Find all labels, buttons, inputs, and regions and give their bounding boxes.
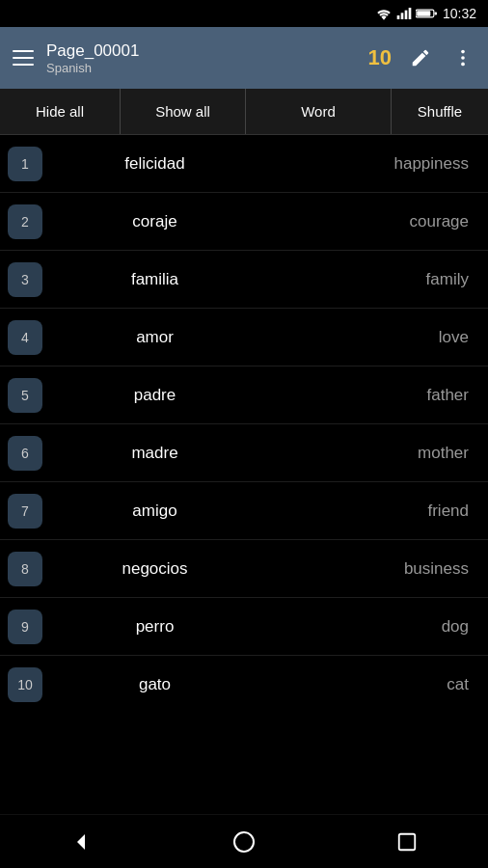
word-list: 1felicidadhappiness2corajecourage3famili… <box>0 135 488 814</box>
toolbar: Page_00001 Spanish 10 <box>0 27 488 89</box>
word-row[interactable]: 7amigofriend <box>0 482 488 540</box>
row-index: 7 <box>8 494 42 529</box>
word-row[interactable]: 3familiafamily <box>0 251 488 309</box>
svg-point-7 <box>461 50 465 54</box>
row-index: 10 <box>8 667 42 702</box>
row-index: 3 <box>8 262 42 297</box>
hide-all-button[interactable]: Hide all <box>0 89 121 134</box>
svg-rect-0 <box>397 15 400 19</box>
row-word: padre <box>50 386 259 405</box>
svg-rect-6 <box>435 12 437 14</box>
word-column-header[interactable]: Word <box>246 89 392 134</box>
row-word: coraje <box>50 212 259 231</box>
back-icon <box>69 830 93 854</box>
row-translation: business <box>259 559 480 579</box>
word-row[interactable]: 2corajecourage <box>0 193 488 251</box>
title-block: Page_00001 Spanish <box>46 41 361 75</box>
row-word: felicidad <box>50 154 259 174</box>
more-icon <box>452 47 474 68</box>
show-all-button[interactable]: Show all <box>121 89 246 134</box>
recents-button[interactable] <box>384 819 430 865</box>
back-button[interactable] <box>58 819 104 865</box>
row-translation: dog <box>259 617 480 637</box>
svg-marker-10 <box>77 834 85 850</box>
svg-point-11 <box>234 832 254 852</box>
page-subtitle: Spanish <box>46 61 361 75</box>
svg-point-9 <box>461 63 465 67</box>
row-translation: mother <box>259 444 480 463</box>
signal-icon <box>396 7 412 20</box>
row-translation: family <box>259 270 480 289</box>
column-headers: Hide all Show all Word Shuffle <box>0 89 488 135</box>
home-icon <box>232 830 256 854</box>
count-badge: 10 <box>368 45 392 70</box>
row-index: 5 <box>8 378 42 413</box>
row-index: 4 <box>8 320 42 355</box>
row-translation: happiness <box>259 154 480 174</box>
word-row[interactable]: 8negociosbusiness <box>0 540 488 598</box>
row-translation: courage <box>259 212 480 231</box>
svg-rect-12 <box>398 833 415 850</box>
page-title: Page_00001 <box>46 41 361 61</box>
more-options-button[interactable] <box>446 41 480 75</box>
row-index: 1 <box>8 147 42 181</box>
word-row[interactable]: 6madremother <box>0 424 488 482</box>
row-word: perro <box>50 617 259 637</box>
row-word: amor <box>50 328 259 347</box>
row-word: negocios <box>50 559 259 579</box>
row-index: 9 <box>8 610 42 644</box>
shuffle-button[interactable]: Shuffle <box>392 89 488 134</box>
word-row[interactable]: 4amorlove <box>0 309 488 366</box>
bottom-nav <box>0 814 488 868</box>
status-time: 10:32 <box>443 6 476 21</box>
status-bar: 10:32 <box>0 0 488 27</box>
home-button[interactable] <box>221 819 267 865</box>
svg-rect-3 <box>409 8 412 19</box>
edit-button[interactable] <box>403 41 438 75</box>
row-word: gato <box>50 675 259 694</box>
svg-rect-5 <box>417 11 430 16</box>
row-translation: father <box>259 386 480 405</box>
svg-rect-1 <box>401 13 404 19</box>
row-word: madre <box>50 444 259 463</box>
row-translation: love <box>259 328 480 347</box>
word-row[interactable]: 1felicidadhappiness <box>0 135 488 193</box>
pencil-icon <box>410 47 431 68</box>
row-index: 8 <box>8 552 42 586</box>
row-index: 6 <box>8 436 42 471</box>
status-icons <box>375 7 437 20</box>
word-row[interactable]: 10gatocat <box>0 656 488 714</box>
row-index: 2 <box>8 204 42 239</box>
wifi-icon <box>375 7 393 20</box>
word-row[interactable]: 9perrodog <box>0 598 488 656</box>
row-word: amigo <box>50 502 259 521</box>
svg-point-8 <box>461 56 465 60</box>
row-translation: cat <box>259 675 480 694</box>
svg-rect-2 <box>405 11 408 19</box>
word-row[interactable]: 5padrefather <box>0 366 488 424</box>
row-translation: friend <box>259 502 480 521</box>
recents-icon <box>396 831 418 853</box>
menu-icon[interactable] <box>8 42 39 73</box>
row-word: familia <box>50 270 259 289</box>
battery-icon <box>416 8 437 19</box>
